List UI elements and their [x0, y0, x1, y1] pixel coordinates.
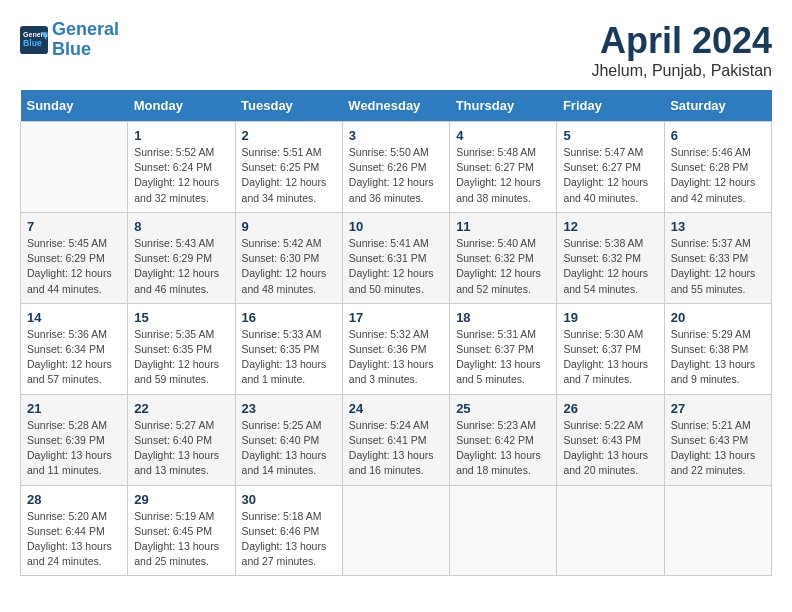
day-number: 18: [456, 310, 550, 325]
day-info: Sunrise: 5:45 AM Sunset: 6:29 PM Dayligh…: [27, 236, 121, 297]
day-info: Sunrise: 5:48 AM Sunset: 6:27 PM Dayligh…: [456, 145, 550, 206]
day-number: 7: [27, 219, 121, 234]
day-number: 11: [456, 219, 550, 234]
day-info: Sunrise: 5:31 AM Sunset: 6:37 PM Dayligh…: [456, 327, 550, 388]
day-number: 13: [671, 219, 765, 234]
day-info: Sunrise: 5:27 AM Sunset: 6:40 PM Dayligh…: [134, 418, 228, 479]
calendar-cell: 3Sunrise: 5:50 AM Sunset: 6:26 PM Daylig…: [342, 122, 449, 213]
day-info: Sunrise: 5:50 AM Sunset: 6:26 PM Dayligh…: [349, 145, 443, 206]
calendar-cell: 19Sunrise: 5:30 AM Sunset: 6:37 PM Dayli…: [557, 303, 664, 394]
subtitle: Jhelum, Punjab, Pakistan: [591, 62, 772, 80]
calendar-cell: 9Sunrise: 5:42 AM Sunset: 6:30 PM Daylig…: [235, 212, 342, 303]
calendar-cell: 2Sunrise: 5:51 AM Sunset: 6:25 PM Daylig…: [235, 122, 342, 213]
svg-text:Blue: Blue: [23, 38, 42, 48]
day-number: 15: [134, 310, 228, 325]
header: General Blue General Blue April 2024 Jhe…: [20, 20, 772, 80]
day-info: Sunrise: 5:41 AM Sunset: 6:31 PM Dayligh…: [349, 236, 443, 297]
day-info: Sunrise: 5:36 AM Sunset: 6:34 PM Dayligh…: [27, 327, 121, 388]
day-info: Sunrise: 5:20 AM Sunset: 6:44 PM Dayligh…: [27, 509, 121, 570]
calendar-cell: 28Sunrise: 5:20 AM Sunset: 6:44 PM Dayli…: [21, 485, 128, 576]
day-number: 12: [563, 219, 657, 234]
day-info: Sunrise: 5:32 AM Sunset: 6:36 PM Dayligh…: [349, 327, 443, 388]
day-info: Sunrise: 5:51 AM Sunset: 6:25 PM Dayligh…: [242, 145, 336, 206]
day-number: 9: [242, 219, 336, 234]
day-info: Sunrise: 5:52 AM Sunset: 6:24 PM Dayligh…: [134, 145, 228, 206]
day-info: Sunrise: 5:42 AM Sunset: 6:30 PM Dayligh…: [242, 236, 336, 297]
day-info: Sunrise: 5:24 AM Sunset: 6:41 PM Dayligh…: [349, 418, 443, 479]
calendar-cell: 6Sunrise: 5:46 AM Sunset: 6:28 PM Daylig…: [664, 122, 771, 213]
calendar-cell: 20Sunrise: 5:29 AM Sunset: 6:38 PM Dayli…: [664, 303, 771, 394]
day-number: 26: [563, 401, 657, 416]
weekday-header-saturday: Saturday: [664, 90, 771, 122]
day-info: Sunrise: 5:22 AM Sunset: 6:43 PM Dayligh…: [563, 418, 657, 479]
day-info: Sunrise: 5:40 AM Sunset: 6:32 PM Dayligh…: [456, 236, 550, 297]
day-number: 21: [27, 401, 121, 416]
logo-text: General Blue: [52, 20, 119, 60]
calendar-cell: [664, 485, 771, 576]
day-info: Sunrise: 5:28 AM Sunset: 6:39 PM Dayligh…: [27, 418, 121, 479]
calendar-cell: 7Sunrise: 5:45 AM Sunset: 6:29 PM Daylig…: [21, 212, 128, 303]
calendar-cell: 1Sunrise: 5:52 AM Sunset: 6:24 PM Daylig…: [128, 122, 235, 213]
weekday-header-sunday: Sunday: [21, 90, 128, 122]
day-number: 8: [134, 219, 228, 234]
day-number: 17: [349, 310, 443, 325]
calendar-cell: [21, 122, 128, 213]
calendar-cell: [450, 485, 557, 576]
day-number: 23: [242, 401, 336, 416]
weekday-header-monday: Monday: [128, 90, 235, 122]
calendar-cell: 29Sunrise: 5:19 AM Sunset: 6:45 PM Dayli…: [128, 485, 235, 576]
day-info: Sunrise: 5:18 AM Sunset: 6:46 PM Dayligh…: [242, 509, 336, 570]
calendar-cell: 15Sunrise: 5:35 AM Sunset: 6:35 PM Dayli…: [128, 303, 235, 394]
calendar-cell: 27Sunrise: 5:21 AM Sunset: 6:43 PM Dayli…: [664, 394, 771, 485]
day-number: 25: [456, 401, 550, 416]
calendar-cell: 13Sunrise: 5:37 AM Sunset: 6:33 PM Dayli…: [664, 212, 771, 303]
logo-icon: General Blue: [20, 26, 48, 54]
day-number: 4: [456, 128, 550, 143]
day-number: 10: [349, 219, 443, 234]
calendar-cell: 5Sunrise: 5:47 AM Sunset: 6:27 PM Daylig…: [557, 122, 664, 213]
day-info: Sunrise: 5:23 AM Sunset: 6:42 PM Dayligh…: [456, 418, 550, 479]
day-info: Sunrise: 5:35 AM Sunset: 6:35 PM Dayligh…: [134, 327, 228, 388]
day-info: Sunrise: 5:37 AM Sunset: 6:33 PM Dayligh…: [671, 236, 765, 297]
calendar-cell: 16Sunrise: 5:33 AM Sunset: 6:35 PM Dayli…: [235, 303, 342, 394]
day-info: Sunrise: 5:25 AM Sunset: 6:40 PM Dayligh…: [242, 418, 336, 479]
weekday-header-thursday: Thursday: [450, 90, 557, 122]
calendar-cell: 24Sunrise: 5:24 AM Sunset: 6:41 PM Dayli…: [342, 394, 449, 485]
calendar-cell: 18Sunrise: 5:31 AM Sunset: 6:37 PM Dayli…: [450, 303, 557, 394]
calendar-cell: [342, 485, 449, 576]
title-area: April 2024 Jhelum, Punjab, Pakistan: [591, 20, 772, 80]
day-number: 24: [349, 401, 443, 416]
calendar-cell: 8Sunrise: 5:43 AM Sunset: 6:29 PM Daylig…: [128, 212, 235, 303]
calendar-cell: 30Sunrise: 5:18 AM Sunset: 6:46 PM Dayli…: [235, 485, 342, 576]
calendar-cell: 4Sunrise: 5:48 AM Sunset: 6:27 PM Daylig…: [450, 122, 557, 213]
day-number: 19: [563, 310, 657, 325]
day-info: Sunrise: 5:47 AM Sunset: 6:27 PM Dayligh…: [563, 145, 657, 206]
day-info: Sunrise: 5:33 AM Sunset: 6:35 PM Dayligh…: [242, 327, 336, 388]
day-number: 6: [671, 128, 765, 143]
day-number: 16: [242, 310, 336, 325]
day-info: Sunrise: 5:30 AM Sunset: 6:37 PM Dayligh…: [563, 327, 657, 388]
day-info: Sunrise: 5:19 AM Sunset: 6:45 PM Dayligh…: [134, 509, 228, 570]
day-number: 14: [27, 310, 121, 325]
calendar-table: SundayMondayTuesdayWednesdayThursdayFrid…: [20, 90, 772, 576]
day-number: 2: [242, 128, 336, 143]
day-number: 3: [349, 128, 443, 143]
weekday-header-friday: Friday: [557, 90, 664, 122]
calendar-cell: 10Sunrise: 5:41 AM Sunset: 6:31 PM Dayli…: [342, 212, 449, 303]
calendar-cell: [557, 485, 664, 576]
day-info: Sunrise: 5:43 AM Sunset: 6:29 PM Dayligh…: [134, 236, 228, 297]
day-info: Sunrise: 5:29 AM Sunset: 6:38 PM Dayligh…: [671, 327, 765, 388]
calendar-cell: 11Sunrise: 5:40 AM Sunset: 6:32 PM Dayli…: [450, 212, 557, 303]
day-number: 30: [242, 492, 336, 507]
day-number: 1: [134, 128, 228, 143]
day-number: 5: [563, 128, 657, 143]
calendar-cell: 23Sunrise: 5:25 AM Sunset: 6:40 PM Dayli…: [235, 394, 342, 485]
day-info: Sunrise: 5:46 AM Sunset: 6:28 PM Dayligh…: [671, 145, 765, 206]
calendar-cell: 21Sunrise: 5:28 AM Sunset: 6:39 PM Dayli…: [21, 394, 128, 485]
main-title: April 2024: [591, 20, 772, 62]
calendar-cell: 14Sunrise: 5:36 AM Sunset: 6:34 PM Dayli…: [21, 303, 128, 394]
weekday-header-wednesday: Wednesday: [342, 90, 449, 122]
day-number: 27: [671, 401, 765, 416]
day-info: Sunrise: 5:21 AM Sunset: 6:43 PM Dayligh…: [671, 418, 765, 479]
weekday-header-tuesday: Tuesday: [235, 90, 342, 122]
